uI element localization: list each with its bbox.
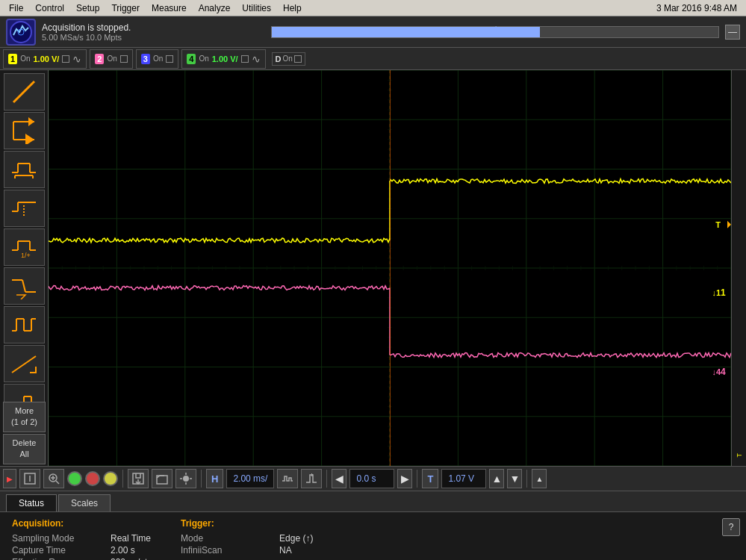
capture-time-key: Capture Time: [12, 545, 102, 556]
eff-res-key: Effective Res: [12, 557, 102, 560]
trigger-level-value: 1.07 V: [441, 469, 486, 488]
more-sub: (1 of 2): [5, 417, 43, 428]
tool-ramp[interactable]: [4, 345, 45, 382]
trig-up-arrow[interactable]: ▲: [489, 469, 504, 488]
capture-time-row: Capture Time 2.00 s: [12, 545, 151, 556]
menu-trigger[interactable]: Trigger: [105, 1, 146, 15]
tool-square-wave[interactable]: [4, 306, 45, 343]
trigger-col: Trigger: Mode Edge (↑) InfiniiScan NA: [181, 518, 313, 554]
bottom-toolbar: ▶ H 2.00 ms/ ◀ 0.0 s ▶ T 1.07 V ▲ ▼: [0, 466, 746, 491]
tab-scales[interactable]: Scales: [58, 494, 111, 511]
svg-point-51: [183, 476, 189, 482]
position-text: 0.0 s: [356, 473, 376, 484]
menu-help[interactable]: Help: [277, 1, 308, 15]
svg-line-2: [13, 81, 34, 102]
ch2-checkbox[interactable]: [120, 55, 128, 63]
trigger-mode-key: Mode: [181, 533, 270, 544]
channel-bar: 1 On 1.00 V/ ∿ 2 On 3 On 4 On 1.00 V/ ∿ …: [0, 48, 746, 70]
pos-right-arrow[interactable]: ▶: [397, 469, 412, 488]
progress-bar: i: [271, 26, 719, 38]
tool-time-markers[interactable]: 1/+: [4, 228, 45, 266]
trigger-mode-row: Mode Edge (↑): [181, 533, 313, 544]
trigger-header: Trigger:: [181, 518, 313, 529]
right-panel: T: [731, 70, 746, 466]
color-red[interactable]: [85, 471, 100, 486]
titlebar: Acquisition is stopped. 5.00 MSa/s 10.0 …: [0, 16, 746, 48]
channel-d-group[interactable]: D On: [272, 52, 305, 66]
tool-diagonal-line[interactable]: [4, 73, 45, 111]
separator-5: [526, 470, 527, 488]
acq-status: Acquisition is stopped.: [42, 22, 265, 33]
main-area: 1/+ T ↓1 ↓4: [0, 70, 746, 466]
color-yellow[interactable]: [103, 471, 118, 486]
ch3-number: 3: [141, 54, 150, 64]
tabs-area: Status Scales: [0, 491, 746, 512]
force-trigger[interactable]: ▲: [532, 469, 547, 488]
menubar: File Control Setup Trigger Measure Analy…: [0, 0, 746, 16]
delete-sub: All: [5, 449, 43, 460]
right-panel-label: T: [736, 453, 743, 458]
acquisition-col: Acquisition: Sampling Mode Real Time Cap…: [12, 518, 151, 554]
ch2-on: On: [107, 55, 116, 63]
ch4-on: On: [199, 55, 208, 63]
delete-button[interactable]: Delete All: [3, 434, 46, 464]
progress-marker: i: [495, 25, 497, 34]
channel-4-group[interactable]: 4 On 1.00 V/ ∿: [181, 49, 265, 69]
datetime: 3 Mar 2016 9:48 AM: [656, 3, 743, 13]
time-div-text: 2.00 ms/: [233, 473, 267, 484]
svg-point-0: [10, 22, 31, 43]
ch4-checkbox[interactable]: [241, 55, 249, 63]
ch-d-label: D: [276, 55, 282, 63]
menu-setup[interactable]: Setup: [70, 1, 105, 15]
ch1-scale: 1.00 V/: [33, 55, 59, 63]
run-stop-button[interactable]: ▶: [3, 469, 16, 488]
more-delete-area: More (1 of 2) Delete All: [0, 399, 49, 467]
trigger-mode-btn[interactable]: [301, 469, 322, 488]
tab-status[interactable]: Status: [6, 494, 57, 511]
tool-falling-edge[interactable]: [4, 267, 45, 305]
ch-d-checkbox[interactable]: [294, 55, 302, 63]
scope-display[interactable]: T ↓1 ↓4: [49, 70, 731, 466]
infiniiscan-key: InfiniiScan: [181, 545, 270, 556]
trig-down-arrow[interactable]: ▼: [507, 469, 522, 488]
sampling-mode-val: Real Time: [111, 533, 151, 544]
help-button[interactable]: ?: [722, 518, 740, 536]
scope-canvas: [49, 70, 731, 466]
pos-left-arrow[interactable]: ◀: [332, 469, 346, 488]
single-button[interactable]: [19, 469, 40, 488]
more-button[interactable]: More (1 of 2): [3, 402, 46, 432]
waveform-type[interactable]: [277, 469, 298, 488]
waveform-open[interactable]: [152, 469, 172, 488]
channel-2-group[interactable]: 2 On: [90, 49, 132, 69]
tool-arrow-down-right[interactable]: [4, 112, 45, 149]
ch2-number: 2: [95, 54, 104, 64]
trigger-t-marker: T: [715, 220, 721, 229]
channel-3-group[interactable]: 3 On: [136, 49, 178, 69]
color-green[interactable]: [67, 471, 82, 486]
separator-1: [122, 470, 123, 488]
menu-utilities[interactable]: Utilities: [236, 1, 277, 15]
ch1-on: On: [20, 55, 30, 63]
ch1-number: 1: [8, 54, 17, 64]
channel-1-group[interactable]: 1 On 1.00 V/ ∿: [3, 49, 87, 69]
more-label: More: [5, 405, 43, 417]
menu-analyze[interactable]: Analyze: [193, 1, 237, 15]
ch1-checkbox[interactable]: [62, 55, 69, 63]
t-label: T: [422, 469, 438, 488]
zoom-button[interactable]: [43, 469, 64, 488]
waveform-save[interactable]: [128, 469, 149, 488]
tool-step-marker[interactable]: [4, 190, 45, 227]
separator-2: [201, 470, 202, 488]
brightness-button[interactable]: [175, 469, 196, 488]
svg-line-45: [56, 481, 59, 484]
acquisition-header: Acquisition:: [12, 518, 151, 529]
trigger-level-text: 1.07 V: [448, 473, 474, 484]
minimize-button[interactable]: —: [725, 25, 740, 40]
menu-measure[interactable]: Measure: [146, 1, 193, 15]
menu-file[interactable]: File: [3, 1, 29, 15]
infiniiscan-val: NA: [279, 545, 292, 556]
infiniiscan-row: InfiniiScan NA: [181, 545, 313, 556]
tool-pulse-marker[interactable]: [4, 151, 45, 188]
ch3-checkbox[interactable]: [166, 55, 173, 63]
menu-control[interactable]: Control: [29, 1, 70, 15]
